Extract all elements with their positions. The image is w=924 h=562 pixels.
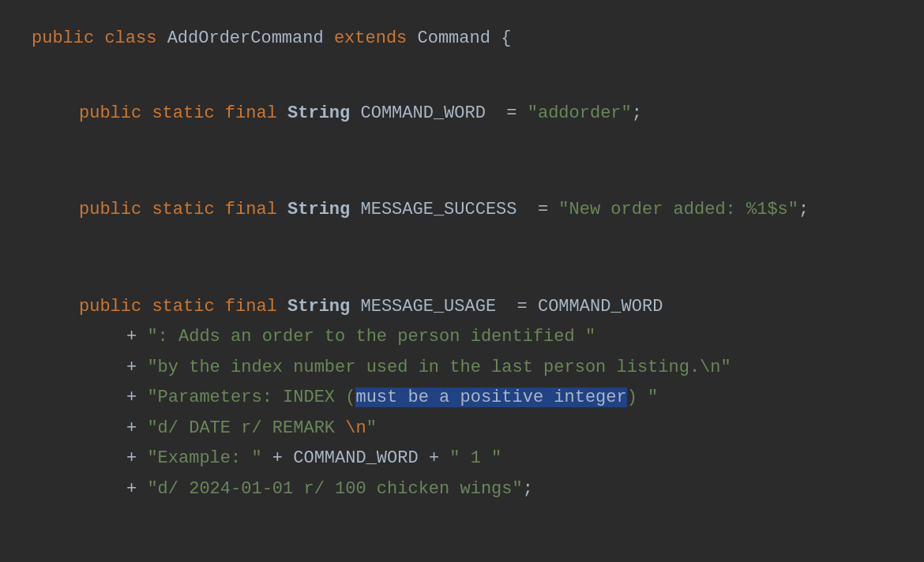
blank-line-5 bbox=[32, 226, 892, 270]
operator-2: = bbox=[528, 200, 559, 219]
blank-line-2 bbox=[32, 77, 892, 99]
keyword-final-2: final bbox=[225, 200, 277, 219]
blank-line-1 bbox=[32, 54, 892, 77]
operator-concat-1: + bbox=[262, 448, 294, 468]
operator-plus-2: + bbox=[126, 358, 147, 377]
type-string-1: String bbox=[287, 103, 350, 123]
keyword-public-4: public bbox=[79, 297, 141, 317]
escape-newline: \n bbox=[345, 418, 366, 438]
string-date-remark-after: " bbox=[366, 418, 377, 438]
message-success-value: "New order added: %1$s" bbox=[558, 200, 798, 219]
operator-plus-1: + bbox=[126, 327, 147, 347]
keyword-public-1: public bbox=[32, 28, 94, 48]
type-string-2: String bbox=[287, 200, 350, 219]
code-line-9: + "Example: " + COMMAND_WORD + " 1 " bbox=[32, 444, 892, 474]
keyword-final-3: final bbox=[225, 297, 277, 317]
type-string-3: String bbox=[287, 297, 350, 317]
command-word-ref-1: COMMAND_WORD bbox=[538, 297, 663, 317]
blank-line-3 bbox=[32, 129, 892, 173]
operator-plus-5: + bbox=[126, 448, 147, 468]
string-one: " 1 " bbox=[449, 448, 501, 468]
keyword-static-2: static bbox=[152, 200, 214, 219]
blank-line-6 bbox=[32, 270, 892, 292]
class-name: AddOrderCommand bbox=[167, 28, 324, 48]
operator-plus-6: + bbox=[126, 479, 147, 499]
operator-plus-4: + bbox=[126, 418, 147, 438]
command-word-ref-2: COMMAND_WORD bbox=[293, 448, 418, 468]
parent-class: Command bbox=[418, 28, 490, 48]
code-line-1: public class AddOrderCommand extends Com… bbox=[32, 24, 892, 54]
keyword-class: class bbox=[104, 28, 156, 48]
operator-3: = bbox=[506, 297, 538, 317]
message-usage-id: MESSAGE_USAGE bbox=[360, 297, 496, 317]
keyword-public-2: public bbox=[79, 103, 141, 123]
message-success-id: MESSAGE_SUCCESS bbox=[360, 200, 516, 219]
command-word-id: COMMAND_WORD bbox=[360, 103, 485, 123]
code-line-6: + "by the index number used in the last … bbox=[32, 353, 892, 384]
code-line-8: + "d/ DATE r/ REMARK \n" bbox=[32, 414, 892, 444]
blank-line-4 bbox=[32, 173, 892, 195]
string-adds-order: ": Adds an order to the person identifie… bbox=[147, 327, 595, 347]
keyword-extends: extends bbox=[334, 28, 407, 48]
operator-concat-2: + bbox=[419, 448, 450, 468]
code-line-10: + "d/ 2024-01-01 r/ 100 chicken wings"; bbox=[32, 474, 892, 505]
string-parameters-before: "Parameters: INDEX ( bbox=[147, 388, 355, 407]
code-line-2: public static final String COMMAND_WORD … bbox=[32, 99, 892, 129]
code-editor: public class AddOrderCommand extends Com… bbox=[0, 0, 924, 528]
string-date-example: "d/ 2024-01-01 r/ 100 chicken wings" bbox=[147, 479, 522, 499]
command-word-value: "addorder" bbox=[528, 103, 632, 123]
string-date-remark-before: "d/ DATE r/ REMARK bbox=[147, 418, 345, 438]
highlighted-text: must be a positive integer bbox=[355, 388, 626, 407]
code-line-5: + ": Adds an order to the person identif… bbox=[32, 322, 892, 353]
keyword-static-1: static bbox=[152, 103, 214, 123]
string-parameters-after: ) " bbox=[627, 388, 659, 407]
string-example: "Example: " bbox=[147, 448, 261, 468]
code-line-3: public static final String MESSAGE_SUCCE… bbox=[32, 195, 892, 226]
string-by-index: "by the index number used in the last pe… bbox=[147, 358, 731, 377]
code-line-7: + "Parameters: INDEX (must be a positive… bbox=[32, 383, 892, 414]
keyword-static-3: static bbox=[152, 297, 214, 317]
operator-1: = bbox=[496, 103, 528, 123]
keyword-public-3: public bbox=[79, 200, 141, 219]
code-line-4: public static final String MESSAGE_USAGE… bbox=[32, 292, 892, 323]
keyword-final-1: final bbox=[225, 103, 277, 123]
operator-plus-3: + bbox=[126, 388, 147, 407]
